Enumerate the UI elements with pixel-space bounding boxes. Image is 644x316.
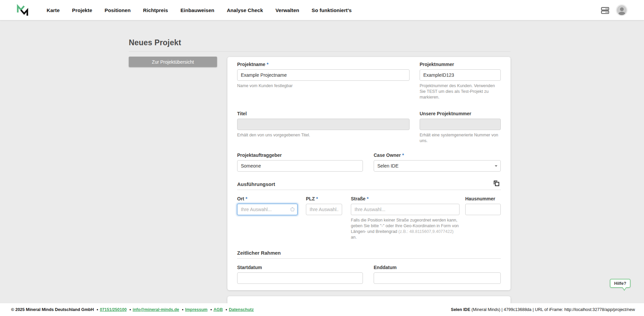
projektauftraggeber-input[interactable] bbox=[237, 160, 363, 172]
avatar-body-icon bbox=[619, 12, 625, 15]
case-owner-selected-value: Selen IDE bbox=[377, 163, 398, 169]
server-icon[interactable] bbox=[601, 6, 609, 15]
help-button[interactable]: Hilfe? bbox=[610, 279, 631, 288]
enddatum-label: Enddatum bbox=[374, 265, 501, 270]
chevron-down-icon bbox=[495, 165, 497, 167]
nav-item-richtpreis[interactable]: Richtpreis bbox=[143, 7, 168, 13]
required-marker: * bbox=[246, 196, 247, 201]
top-navbar: Karte Projekte Positionen Richtpreis Ein… bbox=[0, 0, 644, 20]
nav-item-verwalten[interactable]: Verwalten bbox=[275, 7, 299, 13]
strasse-input[interactable] bbox=[351, 204, 460, 215]
startdatum-input[interactable] bbox=[237, 272, 363, 284]
footer-session-info: Selen IDE (Mineral Minds) | 4799c13688da… bbox=[451, 307, 635, 312]
ausfuehrungsort-heading: Ausführungsort bbox=[237, 181, 501, 187]
zeitlicher-rahmen-heading: Zeitlicher Rahmen bbox=[237, 250, 501, 256]
projektnummer-label: Projektnummer bbox=[420, 62, 501, 67]
field-enddatum: Enddatum bbox=[374, 265, 501, 284]
required-marker: * bbox=[316, 196, 318, 201]
required-marker: * bbox=[267, 62, 268, 67]
projektname-label: Projektname* bbox=[237, 62, 410, 67]
field-unsere-projektnummer: Unsere Projektnummer Erhält eine systemg… bbox=[420, 111, 501, 144]
ausfuehrungsort-section-header: Ausführungsort bbox=[237, 181, 501, 190]
titel-hint: Erhält den von uns vorgegebenen Titel. bbox=[237, 132, 410, 138]
nav-item-karte[interactable]: Karte bbox=[47, 7, 60, 13]
footer-link-impressum[interactable]: Impressum bbox=[185, 307, 208, 312]
field-hausnummer: Hausnummer bbox=[465, 196, 501, 240]
zur-projektuebersicht-button[interactable]: Zur Projektübersicht bbox=[129, 57, 217, 67]
field-ort: Ort* bbox=[237, 196, 298, 240]
strasse-hint: Falls die Position keiner Straße zugeord… bbox=[351, 217, 460, 240]
field-plz: PLZ* bbox=[306, 196, 342, 240]
nav-item-projekte[interactable]: Projekte bbox=[72, 7, 92, 13]
titel-label: Titel bbox=[237, 111, 410, 117]
nav-item-so-funktionierts[interactable]: So funktioniert's bbox=[312, 7, 352, 13]
field-strasse: Straße* Falls die Position keiner Straße… bbox=[351, 196, 460, 240]
copyright-text: © 2025 Mineral Minds Deutschland GmbH bbox=[11, 307, 94, 312]
section-divider bbox=[237, 190, 501, 190]
projektname-hint: Name vom Kunden festlegbar bbox=[237, 83, 410, 89]
page-title: Neues Projekt bbox=[129, 38, 181, 47]
case-owner-select[interactable]: Selen IDE bbox=[374, 160, 501, 172]
hausnummer-input[interactable] bbox=[465, 204, 501, 215]
field-titel: Titel Erhält den von uns vorgegebenen Ti… bbox=[237, 111, 410, 144]
projektnummer-hint: Projektnummer des Kunden. Verwenden Sie … bbox=[420, 83, 501, 100]
required-marker: * bbox=[402, 152, 404, 158]
avatar-head-icon bbox=[620, 7, 624, 11]
projektauftraggeber-label: Projektauftraggeber bbox=[237, 152, 363, 158]
field-projektname: Projektname* Name vom Kunden festlegbar bbox=[237, 62, 410, 100]
projektname-input[interactable] bbox=[237, 69, 410, 81]
footer-link-agb[interactable]: AGB bbox=[214, 307, 223, 312]
field-startdatum: Startdatum bbox=[237, 265, 363, 284]
startdatum-label: Startdatum bbox=[237, 265, 363, 270]
nav-item-positionen[interactable]: Positionen bbox=[105, 7, 131, 13]
hausnummer-label: Hausnummer bbox=[465, 196, 501, 202]
mineral-minds-logo[interactable] bbox=[16, 3, 29, 17]
new-project-form-card: Projektname* Name vom Kunden festlegbar … bbox=[227, 57, 511, 290]
projektnummer-input[interactable] bbox=[420, 69, 501, 81]
footer: © 2025 Mineral Minds Deutschland GmbH •0… bbox=[0, 303, 644, 316]
unsere-projektnummer-input bbox=[420, 119, 501, 130]
footer-link-datenschutz[interactable]: Datenschutz bbox=[229, 307, 254, 312]
navbar-actions bbox=[601, 0, 627, 20]
ort-label: Ort* bbox=[237, 196, 298, 202]
nav-item-einbauweisen[interactable]: Einbauweisen bbox=[180, 7, 214, 13]
enddatum-input[interactable] bbox=[374, 272, 501, 284]
field-projektauftraggeber: Projektauftraggeber bbox=[237, 152, 363, 172]
plz-label: PLZ* bbox=[306, 196, 342, 202]
main-nav: Karte Projekte Positionen Richtpreis Ein… bbox=[47, 7, 352, 13]
strasse-label: Straße* bbox=[351, 196, 460, 202]
copy-icon[interactable] bbox=[493, 179, 501, 187]
loading-spinner-icon bbox=[290, 207, 294, 211]
zeitlicher-rahmen-section-header: Zeitlicher Rahmen bbox=[237, 250, 501, 259]
required-marker: * bbox=[367, 196, 369, 201]
ort-input[interactable] bbox=[237, 204, 298, 215]
footer-link-phone[interactable]: 07151/250100 bbox=[100, 307, 127, 312]
field-case-owner: Case Owner* Selen IDE bbox=[374, 152, 501, 172]
unsere-projektnummer-hint: Erhält eine systemgenerierte Nummer von … bbox=[420, 132, 501, 144]
case-owner-label: Case Owner* bbox=[374, 152, 501, 158]
plz-input[interactable] bbox=[306, 204, 342, 215]
footer-link-email[interactable]: info@mineral-minds.de bbox=[132, 307, 179, 312]
titel-input bbox=[237, 119, 410, 130]
section-divider bbox=[237, 258, 501, 259]
user-avatar[interactable] bbox=[617, 5, 627, 15]
nav-item-analyse-check[interactable]: Analyse Check bbox=[227, 7, 263, 13]
footer-left: © 2025 Mineral Minds Deutschland GmbH •0… bbox=[11, 307, 254, 312]
unsere-projektnummer-label: Unsere Projektnummer bbox=[420, 111, 501, 117]
title-divider bbox=[129, 51, 511, 52]
field-projektnummer: Projektnummer Projektnummer des Kunden. … bbox=[420, 62, 501, 100]
